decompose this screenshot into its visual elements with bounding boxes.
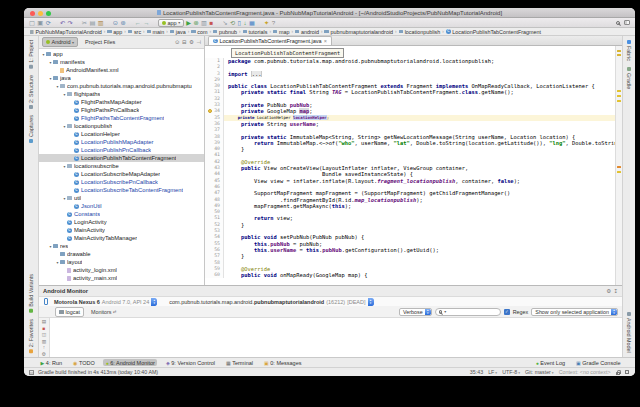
vcs-branch[interactable]: Git: master (525, 369, 554, 375)
warning-stripe-mark[interactable] (617, 166, 621, 168)
code-area[interactable]: 1package com.pubnub.tutorials.map.androi… (205, 46, 615, 285)
tree-item-util[interactable]: ▾util (39, 194, 204, 202)
cut-icon[interactable]: ✂ (82, 20, 87, 26)
line-separator[interactable]: LF (488, 369, 497, 375)
undo-icon[interactable]: ↶ (60, 20, 65, 26)
tree-item-flightpathstabcontentfragment[interactable]: CFlightPathsTabContentFragment (39, 114, 204, 122)
tool-stripe-2-favorites[interactable]: 2: Favorites (28, 319, 34, 353)
monitor-minimize-icon[interactable]: ↧ (613, 288, 618, 294)
tree-item-app[interactable]: ▾app (39, 50, 204, 58)
breadcrumb-item-pubnubmaptutorialandroid[interactable]: PubNubMapTutorialAndroid (30, 29, 102, 35)
settings-icon[interactable]: ⚙ (189, 39, 194, 45)
tree-item-locationsubscribetabcontentfragment[interactable]: CLocationSubscribeTabContentFragment (39, 186, 204, 194)
tree-item-drawable[interactable]: drawable (39, 250, 204, 258)
toolwindow-button-event-log[interactable]: ●Event Log (533, 359, 567, 366)
tree-item-locationhelper[interactable]: CLocationHelper (39, 130, 204, 138)
logcat-output[interactable] (50, 318, 622, 357)
warning-stripe-mark[interactable] (617, 171, 621, 173)
scroll-to-top-icon[interactable]: ↑ (43, 345, 45, 350)
file-encoding[interactable]: UTF-8 (502, 369, 520, 375)
device-selector[interactable]: Motorola Nexus 6 Android 7.0, API 24 (51, 298, 157, 306)
back-icon[interactable]: ← (135, 20, 141, 26)
breadcrumb-item-com[interactable]: com (191, 29, 207, 35)
tree-item-androidmanifest-xml[interactable]: AndroidManifest.xml (39, 66, 204, 74)
toolwindow-button-gradle-console[interactable]: ▣Gradle Console (574, 359, 623, 366)
wrap-icon[interactable]: ▥ (42, 339, 47, 344)
gradle-sync-icon[interactable]: ⟲ (230, 20, 235, 26)
breadcrumb-item-pubnub[interactable]: pubnub (213, 29, 237, 35)
tree-item-locationsubscribemapadapter[interactable]: CLocationSubscribeMapAdapter (39, 170, 204, 178)
run-coverage-icon[interactable]: ▥ (201, 20, 207, 26)
process-selector[interactable]: com.pubnub.tutorials.map.android.pubnubm… (166, 298, 373, 306)
breadcrumb-item-android[interactable]: android (295, 29, 319, 35)
tip-of-day-icon[interactable]: ✦ (264, 20, 269, 26)
device-monitor-icon[interactable]: ▦ (249, 20, 255, 26)
avd-manager-icon[interactable]: ▯ (238, 20, 241, 26)
tree-item-activity-login-xml[interactable]: activity_login.xml (39, 266, 204, 274)
forward-icon[interactable]: → (143, 20, 149, 26)
locate-icon[interactable]: ⊙ (175, 39, 180, 45)
breadcrumb-item-tutorials[interactable]: tutorials (243, 29, 268, 35)
attach-debugger-icon[interactable]: ↘ (222, 20, 227, 26)
zoom-button[interactable] (46, 11, 51, 16)
toolwindow-button-terminal[interactable]: ▦Terminal (224, 359, 256, 366)
tree-item-jsonutil[interactable]: CJsonUtil (39, 202, 204, 210)
close-button[interactable] (30, 11, 35, 16)
tab-monitors[interactable]: Monitors ⇄ (87, 307, 121, 317)
tree-item-flightpathsmapadapter[interactable]: CFlightPathsMapAdapter (39, 98, 204, 106)
breadcrumb-item-java[interactable]: java (170, 29, 186, 35)
hide-panel-icon[interactable]: ⊣ (196, 39, 201, 45)
regex-checkbox[interactable] (504, 309, 510, 315)
log-level-select[interactable]: Verbose (399, 308, 432, 316)
run-config-selector[interactable]: app▾ (158, 19, 183, 27)
toolwindow-button-4-run[interactable]: ▶4: Run (38, 359, 65, 366)
tree-item-res[interactable]: ▾res (39, 242, 204, 250)
tree-item-layout[interactable]: ▾layout (39, 258, 204, 266)
tree-item-locationpublishtabcontentfragment[interactable]: CLocationPublishTabContentFragment (39, 154, 204, 162)
logcat-search-field[interactable]: ▾ (435, 308, 501, 316)
tree-item-locationpublishpncallback[interactable]: CLocationPublishPnCallback (39, 146, 204, 154)
sdk-manager-icon[interactable]: ↓ (243, 20, 246, 26)
tree-item-constants[interactable]: CConstants (39, 210, 204, 218)
collapse-all-icon[interactable]: ⊟ (182, 39, 187, 45)
tree-item-com-pubnub-tutorials-map-android-pubnubmaptu[interactable]: ▾com.pubnub.tutorials.map.android.pubnub… (39, 82, 204, 90)
toolwindow-button-6-android-monitor[interactable]: ●6: Android Monitor (103, 359, 157, 366)
toolwindow-button-9-version-control[interactable]: ◈9: Version Control (163, 359, 217, 366)
tool-stripe-1-project[interactable]: 1: Project (28, 40, 34, 69)
paste-icon[interactable]: ▥ (98, 20, 104, 26)
tool-stripe-captures[interactable]: Captures (28, 115, 34, 143)
find-icon[interactable]: ⊙ (113, 20, 118, 26)
tree-item-mainactivity[interactable]: CMainActivity (39, 226, 204, 234)
tree-item-locationsubscribe[interactable]: ▾locationsubscribe (39, 162, 204, 170)
tab-logcat[interactable]: logcat (55, 307, 84, 317)
sync-icon[interactable]: ⟳ (46, 20, 51, 26)
warning-stripe-mark[interactable] (617, 95, 621, 97)
toolwindow-button-todo[interactable]: ◉TODO (71, 359, 98, 366)
warning-stripe-mark[interactable] (617, 54, 621, 56)
title-bar[interactable]: LocationPublishTabContentFragment.java -… (24, 8, 635, 18)
replace-icon[interactable]: ⊛ (120, 20, 125, 26)
breadcrumb-item-app[interactable]: app (107, 29, 122, 35)
highlighting-level-icon[interactable] (625, 370, 630, 375)
tool-stripe-gradle[interactable]: Gradle (626, 67, 632, 89)
screen-capture-icon[interactable]: ▤ (42, 319, 47, 324)
warning-stripe-mark[interactable] (617, 100, 621, 102)
toolwindow-button-0-messages[interactable]: ▣0: Messages (262, 359, 304, 366)
tree-item-mainactivitytabmanager[interactable]: CMainActivityTabManager (39, 234, 204, 242)
tool-stripe-fabric[interactable]: Fabric (626, 40, 632, 61)
help-icon[interactable]: ? (272, 20, 275, 26)
tree-item-loginactivity[interactable]: CLoginActivity (39, 218, 204, 226)
log-filter-select[interactable]: Show only selected application (531, 308, 618, 316)
project-view-selector-android[interactable]: Android ▾ (42, 37, 78, 47)
copy-icon[interactable]: ▤ (89, 20, 95, 26)
warning-stripe-mark[interactable] (617, 90, 621, 92)
tool-stripe-2-structure[interactable]: 2: Structure (28, 75, 34, 109)
breadcrumb-item-pubnubmaptutorialandroid[interactable]: pubnubmaptutorialandroid (324, 29, 393, 35)
caret-position[interactable]: 35:43 (470, 369, 483, 375)
breadcrumb-item-src[interactable]: src (128, 29, 141, 35)
readonly-lock-icon[interactable] (616, 372, 620, 375)
screen-record-icon[interactable]: ■ (43, 326, 46, 331)
search-everywhere-icon[interactable] (616, 21, 620, 25)
monitor-settings-icon[interactable]: ⚙ (606, 288, 611, 294)
error-stripe[interactable] (615, 46, 622, 285)
